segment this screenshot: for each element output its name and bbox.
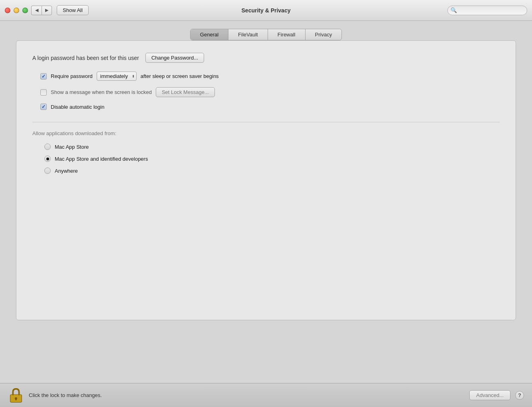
general-panel: A login password has been set for this u… [16, 40, 516, 320]
minimize-button[interactable]: − [14, 8, 19, 13]
radio-mac-app-store-developers-label: Mac App Store and identified developers [55, 156, 148, 162]
password-timing-dropdown-wrap: immediately 5 seconds 1 minute 5 minutes… [97, 72, 137, 81]
show-message-checkbox[interactable] [40, 89, 47, 96]
titlebar: ✕ − + ◀ ▶ Show All Security & Privacy 🔍 [0, 0, 532, 21]
disable-login-row: Disable automatic login [40, 104, 500, 110]
radio-anywhere-row: Anywhere [44, 168, 500, 174]
set-lock-message-button[interactable]: Set Lock Message... [156, 87, 215, 97]
show-message-label: Show a message when the screen is locked [51, 89, 152, 95]
radio-mac-app-store-label: Mac App Store [55, 144, 89, 150]
password-row: A login password has been set for this u… [32, 53, 500, 63]
tab-filevault[interactable]: FileVault [228, 29, 268, 40]
password-message: A login password has been set for this u… [32, 55, 139, 61]
tab-bar: General FileVault Firewall Privacy [190, 29, 342, 40]
advanced-button[interactable]: Advanced... [469, 390, 510, 400]
options-section: Require password immediately 5 seconds 1… [32, 72, 500, 110]
disable-login-checkbox[interactable] [40, 104, 47, 110]
radio-anywhere-label: Anywhere [55, 168, 78, 174]
require-password-label: Require password [51, 73, 93, 79]
close-button[interactable]: ✕ [5, 8, 10, 13]
lock-icon[interactable] [8, 387, 24, 404]
search-box: 🔍 [447, 6, 527, 15]
show-message-row: Show a message when the screen is locked… [40, 87, 500, 97]
tab-firewall[interactable]: Firewall [268, 29, 306, 40]
help-button[interactable]: ? [515, 391, 524, 400]
maximize-button[interactable]: + [22, 8, 28, 13]
lock-right: Advanced... ? [469, 390, 524, 400]
main-content: General FileVault Firewall Privacy A log… [0, 21, 532, 383]
password-timing-dropdown[interactable]: immediately 5 seconds 1 minute 5 minutes… [97, 72, 137, 81]
radio-mac-app-store-developers-row: Mac App Store and identified developers [44, 156, 500, 162]
disable-login-label: Disable automatic login [51, 104, 104, 110]
search-input[interactable] [447, 6, 527, 15]
window-title: Security & Privacy [242, 7, 291, 14]
lock-message: Click the lock to make changes. [29, 392, 102, 398]
nav-forward-button[interactable]: ▶ [42, 6, 52, 15]
radio-mac-app-store[interactable] [44, 144, 51, 150]
tabs-container: General FileVault Firewall Privacy [16, 29, 516, 40]
radio-mac-app-store-developers[interactable] [44, 156, 51, 162]
show-all-button[interactable]: Show All [57, 5, 89, 15]
radio-anywhere[interactable] [44, 168, 51, 174]
divider [32, 122, 500, 122]
search-icon: 🔍 [451, 7, 457, 13]
radio-mac-app-store-row: Mac App Store [44, 144, 500, 150]
window-controls: ✕ − + [5, 8, 28, 13]
require-password-row: Require password immediately 5 seconds 1… [40, 72, 500, 81]
allow-apps-section: Allow applications downloaded from: Mac … [32, 130, 500, 174]
nav-buttons: ◀ ▶ [31, 6, 52, 15]
allow-apps-label: Allow applications downloaded from: [32, 130, 500, 136]
after-sleep-label: after sleep or screen saver begins [141, 73, 219, 79]
tab-general[interactable]: General [191, 29, 228, 40]
lock-bar: Click the lock to make changes. Advanced… [0, 383, 532, 407]
nav-back-button[interactable]: ◀ [31, 6, 42, 15]
require-password-checkbox[interactable] [40, 73, 47, 80]
change-password-button[interactable]: Change Password... [145, 53, 204, 63]
tab-privacy[interactable]: Privacy [306, 29, 342, 40]
radio-options: Mac App Store Mac App Store and identifi… [32, 144, 500, 174]
lock-svg [9, 387, 23, 404]
